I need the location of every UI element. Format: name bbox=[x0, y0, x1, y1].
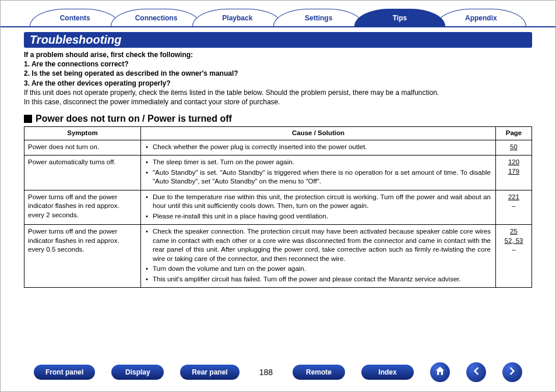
cause-text: Please re-install this unit in a place h… bbox=[153, 212, 328, 221]
top-tab-bar: Contents Connections Playback Settings T… bbox=[1, 1, 555, 27]
button-label: Display bbox=[125, 368, 150, 376]
page-link[interactable]: 50 bbox=[499, 143, 528, 152]
bullet-dot-icon: • bbox=[146, 143, 150, 152]
table-row: Power turns off and the power indicator … bbox=[24, 190, 532, 225]
col-header-cause: Cause / Solution bbox=[141, 127, 496, 140]
cause-bullet: •Due to the temperature rise within this… bbox=[146, 193, 491, 211]
remote-button[interactable]: Remote bbox=[293, 365, 345, 380]
next-page-button[interactable] bbox=[502, 362, 522, 382]
square-bullet-icon bbox=[24, 115, 32, 123]
page-link[interactable]: 120 bbox=[499, 158, 528, 167]
bullet-dot-icon: • bbox=[146, 264, 150, 274]
cause-text: Check whether the power plug is correctl… bbox=[153, 143, 367, 152]
home-icon bbox=[434, 365, 446, 380]
cause-bullet: •The sleep timer is set. Turn on the pow… bbox=[146, 158, 491, 167]
page-cell: 2552, 53– bbox=[496, 225, 532, 288]
subheading: Power does not turn on / Power is turned… bbox=[24, 114, 532, 124]
rear-panel-button[interactable]: Rear panel bbox=[180, 365, 239, 380]
button-label: Rear panel bbox=[192, 368, 227, 376]
tab-contents[interactable]: Contents bbox=[30, 9, 120, 26]
tab-label: Contents bbox=[60, 14, 90, 22]
tab-tips[interactable]: Tips bbox=[354, 9, 445, 26]
table-row: Power automatically turns off.•The sleep… bbox=[24, 156, 532, 190]
button-label: Front panel bbox=[45, 368, 83, 376]
front-panel-button[interactable]: Front panel bbox=[34, 365, 95, 380]
symptom-cell: Power does not turn on. bbox=[24, 140, 141, 156]
cause-text: The sleep timer is set. Turn on the powe… bbox=[153, 158, 294, 167]
page-dash: – bbox=[499, 245, 528, 255]
prev-page-button[interactable] bbox=[466, 362, 486, 382]
intro-para-2: In this case, disconnect the power immed… bbox=[24, 97, 532, 107]
cause-bullet: •"Auto Standby" is set. "Auto Standby" i… bbox=[146, 168, 491, 186]
cause-text: Turn down the volume and turn on the pow… bbox=[153, 264, 306, 274]
tab-label: Connections bbox=[135, 14, 178, 22]
tab-connections[interactable]: Connections bbox=[111, 9, 201, 26]
section-title-bar: Troubleshooting bbox=[24, 32, 532, 48]
button-label: Remote bbox=[306, 368, 332, 376]
button-label: Index bbox=[378, 368, 396, 376]
bullet-dot-icon: • bbox=[146, 227, 150, 263]
troubleshooting-table: Symptom Cause / Solution Page Power does… bbox=[24, 126, 532, 288]
col-header-page: Page bbox=[496, 127, 532, 140]
bullet-dot-icon: • bbox=[146, 168, 150, 186]
subheading-text: Power does not turn on / Power is turned… bbox=[36, 114, 232, 124]
tab-label: Tips bbox=[393, 14, 407, 22]
cause-cell: •Due to the temperature rise within this… bbox=[141, 190, 496, 225]
home-button[interactable] bbox=[430, 362, 450, 382]
cause-text: "Auto Standby" is set. "Auto Standby" is… bbox=[153, 168, 491, 186]
cause-text: Due to the temperature rise within this … bbox=[153, 193, 491, 211]
bullet-dot-icon: • bbox=[146, 158, 150, 167]
tab-label: Settings bbox=[305, 14, 332, 22]
footer-bar: Front panel Display Rear panel 188 Remot… bbox=[1, 362, 555, 382]
arrow-right-icon bbox=[506, 365, 518, 380]
page-number: 188 bbox=[256, 368, 276, 377]
cause-bullet: •Check the speaker connection. The prote… bbox=[146, 227, 491, 263]
intro-check-1: 1. Are the connections correct? bbox=[24, 59, 532, 69]
cause-bullet: •This unit's amplifier circuit has faile… bbox=[146, 275, 491, 284]
tab-appendix[interactable]: Appendix bbox=[436, 9, 526, 26]
cause-cell: •Check the speaker connection. The prote… bbox=[141, 225, 496, 288]
cause-cell: •Check whether the power plug is correct… bbox=[141, 140, 496, 156]
symptom-cell: Power turns off and the power indicator … bbox=[24, 225, 141, 288]
intro-para-1: If this unit does not operate properly, … bbox=[24, 88, 532, 97]
intro-lead: If a problem should arise, first check t… bbox=[24, 50, 532, 59]
table-row: Power turns off and the power indicator … bbox=[24, 225, 532, 288]
page-link[interactable]: 179 bbox=[499, 167, 528, 176]
section-title: Troubleshooting bbox=[30, 33, 121, 46]
col-header-symptom: Symptom bbox=[24, 127, 141, 140]
intro-block: If a problem should arise, first check t… bbox=[24, 50, 532, 107]
cause-text: Check the speaker connection. The protec… bbox=[153, 227, 491, 263]
cause-bullet: •Please re-install this unit in a place … bbox=[146, 212, 491, 221]
bullet-dot-icon: • bbox=[146, 275, 150, 284]
symptom-cell: Power turns off and the power indicator … bbox=[24, 190, 141, 225]
tab-settings[interactable]: Settings bbox=[273, 9, 364, 26]
index-button[interactable]: Index bbox=[361, 365, 414, 380]
table-header-row: Symptom Cause / Solution Page bbox=[24, 127, 532, 140]
display-button[interactable]: Display bbox=[111, 365, 164, 380]
bullet-dot-icon: • bbox=[146, 212, 150, 221]
page-link[interactable]: 25 bbox=[499, 227, 528, 236]
cause-cell: •The sleep timer is set. Turn on the pow… bbox=[141, 156, 496, 190]
page-cell: 50 bbox=[496, 140, 532, 156]
table-row: Power does not turn on.•Check whether th… bbox=[24, 140, 532, 156]
page-link[interactable]: 221 bbox=[499, 193, 528, 202]
intro-check-2: 2. Is the set being operated as describe… bbox=[24, 69, 532, 78]
tab-playback[interactable]: Playback bbox=[192, 9, 283, 26]
symptom-cell: Power automatically turns off. bbox=[24, 156, 141, 190]
page-link[interactable]: 52, 53 bbox=[499, 236, 528, 246]
intro-check-3: 3. Are the other devices operating prope… bbox=[24, 79, 532, 88]
tab-label: Appendix bbox=[465, 14, 497, 22]
page-cell: 221– bbox=[496, 190, 532, 225]
bullet-dot-icon: • bbox=[146, 193, 150, 211]
arrow-left-icon bbox=[470, 365, 482, 380]
cause-bullet: •Turn down the volume and turn on the po… bbox=[146, 264, 491, 274]
cause-text: This unit's amplifier circuit has failed… bbox=[153, 275, 461, 284]
page-cell: 120179 bbox=[496, 156, 532, 190]
tab-label: Playback bbox=[222, 14, 252, 22]
page-dash: – bbox=[499, 202, 528, 211]
cause-bullet: •Check whether the power plug is correct… bbox=[146, 143, 491, 152]
